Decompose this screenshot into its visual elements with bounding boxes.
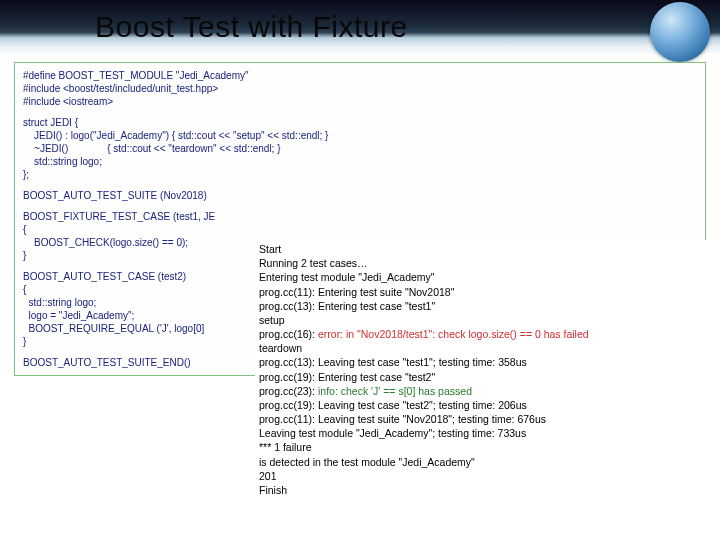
output-line: Entering test module "Jedi_Academy" (259, 270, 711, 284)
code-line: #include <boost/test/included/unit_test.… (23, 82, 697, 95)
output-line: prog.cc(13): Leaving test case "test1"; … (259, 355, 711, 369)
code-line: JEDI() : logo("Jedi_Academy") { std::cou… (23, 129, 697, 142)
program-output: Start Running 2 test cases… Entering tes… (255, 240, 715, 499)
output-line: prog.cc(19): Leaving test case "test2"; … (259, 398, 711, 412)
output-line: prog.cc(11): Entering test suite "Nov201… (259, 285, 711, 299)
output-error-line: prog.cc(16): error: in "Nov2018/test1": … (259, 327, 711, 341)
output-line: prog.cc(19): Entering test case "test2" (259, 370, 711, 384)
code-line: { (23, 223, 697, 236)
output-line: Leaving test module "Jedi_Academy"; test… (259, 426, 711, 440)
code-line: struct JEDI { (23, 116, 697, 129)
code-line: BOOST_AUTO_TEST_SUITE (Nov2018) (23, 189, 697, 202)
output-prefix: prog.cc(16): (259, 328, 318, 340)
title-banner: Boost Test with Fixture (0, 0, 720, 54)
output-info-line: prog.cc(23): info: check 'J' == s[0] has… (259, 384, 711, 398)
output-line: 201 (259, 469, 711, 483)
output-line: Running 2 test cases… (259, 256, 711, 270)
output-line: teardown (259, 341, 711, 355)
code-line: BOOST_FIXTURE_TEST_CASE (test1, JE (23, 210, 697, 223)
output-line: Start (259, 242, 711, 256)
output-line: Finish (259, 483, 711, 497)
info-text: info: check 'J' == s[0] has passed (318, 385, 472, 397)
slide-title: Boost Test with Fixture (95, 10, 408, 44)
output-line: prog.cc(13): Entering test case "test1" (259, 299, 711, 313)
code-line: #define BOOST_TEST_MODULE "Jedi_Academy" (23, 69, 697, 82)
code-line: std::string logo; (23, 155, 697, 168)
output-line: prog.cc(11): Leaving test suite "Nov2018… (259, 412, 711, 426)
output-line: is detected in the test module "Jedi_Aca… (259, 455, 711, 469)
code-line: }; (23, 168, 697, 181)
code-line: #include <iostream> (23, 95, 697, 108)
code-struct: struct JEDI { JEDI() : logo("Jedi_Academ… (23, 116, 697, 181)
error-text: error: in "Nov2018/test1": check logo.si… (318, 328, 589, 340)
output-line: setup (259, 313, 711, 327)
output-prefix: prog.cc(23): (259, 385, 318, 397)
code-line: ~JEDI() { std::cout << "teardown" << std… (23, 142, 697, 155)
output-line: *** 1 failure (259, 440, 711, 454)
code-suite: BOOST_AUTO_TEST_SUITE (Nov2018) (23, 189, 697, 202)
jcsda-logo-icon (650, 2, 710, 62)
